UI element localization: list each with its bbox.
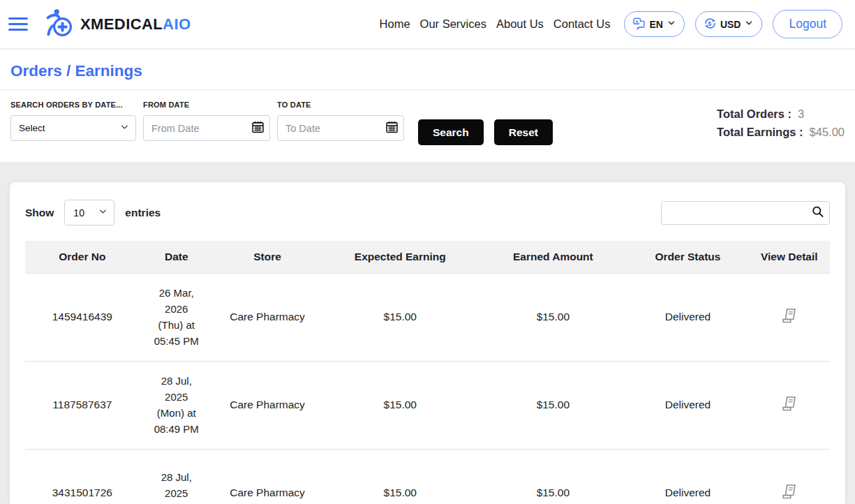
cell-date: 26 Mar, 2026 (Thu) at 05:45 PM xyxy=(140,273,214,361)
cell-expected-earning: $15.00 xyxy=(321,273,479,361)
totals-summary: Total Orders : 3 Total Earnings : $45.00 xyxy=(717,101,845,139)
page-title: Orders / Earnings xyxy=(10,62,845,80)
filter-bar: SEARCH ORDERS BY DATE... Select FROM DAT… xyxy=(0,90,855,162)
cell-expected-earning: $15.00 xyxy=(321,449,479,504)
header-order-status: Order Status xyxy=(627,241,748,273)
cell-expected-earning: $15.00 xyxy=(321,361,479,449)
cell-view-detail xyxy=(749,361,831,449)
nav-link-home[interactable]: Home xyxy=(380,17,410,31)
calendar-icon[interactable] xyxy=(251,119,265,137)
chevron-down-icon xyxy=(667,18,676,30)
medical-logo-icon xyxy=(43,8,74,41)
search-by-date-select[interactable]: Select xyxy=(10,115,136,141)
cell-view-detail xyxy=(749,273,831,361)
cell-store: Care Pharmacy xyxy=(214,273,322,361)
page-background: Show 10 entries xyxy=(0,162,855,504)
orders-table-card: Show 10 entries xyxy=(10,182,845,504)
header-earned-amount: Earned Amount xyxy=(479,241,627,273)
table-search-input[interactable] xyxy=(661,201,830,225)
from-date-group: FROM DATE xyxy=(143,101,270,141)
cell-order-status: Delivered xyxy=(627,273,748,361)
to-date-label: TO DATE xyxy=(277,101,404,109)
nav-links: Home Our Services About Us Contact Us xyxy=(380,17,611,31)
receipt-icon xyxy=(780,317,798,327)
translate-icon: A xyxy=(632,17,646,32)
page-size-select[interactable]: 10 xyxy=(64,200,114,225)
currency-exchange-icon: $ xyxy=(704,17,717,32)
total-orders-row: Total Orders : 3 xyxy=(717,108,845,121)
search-button[interactable]: Search xyxy=(418,119,484,145)
brand-logo[interactable]: XMEDICALAIO xyxy=(43,8,191,41)
search-by-date-group: SEARCH ORDERS BY DATE... Select xyxy=(10,101,136,141)
cell-order-no: 1187587637 xyxy=(25,361,140,449)
cell-order-status: Delivered xyxy=(627,361,748,449)
total-orders-value: 3 xyxy=(798,108,804,121)
chevron-down-icon xyxy=(744,18,754,30)
cell-order-no: 3431501726 xyxy=(25,449,140,504)
cell-earned-amount: $15.00 xyxy=(479,361,627,449)
view-detail-button[interactable] xyxy=(777,304,801,330)
cell-view-detail xyxy=(749,449,831,504)
cell-earned-amount: $15.00 xyxy=(479,449,627,504)
table-header-row: Order No Date Store Expected Earning Ear… xyxy=(25,241,830,273)
navbar: XMEDICALAIO Home Our Services About Us C… xyxy=(0,0,855,49)
cell-store: Care Pharmacy xyxy=(214,449,322,504)
table-row: 1187587637 28 Jul, 2025 (Mon) at 08:49 P… xyxy=(25,361,830,449)
cell-earned-amount: $15.00 xyxy=(479,273,627,361)
to-date-input-wrap xyxy=(277,115,404,141)
total-earnings-row: Total Earnings : $45.00 xyxy=(717,126,845,139)
from-date-label: FROM DATE xyxy=(143,101,270,109)
view-detail-button[interactable] xyxy=(777,392,801,418)
table-row: 1459416439 26 Mar, 2026 (Thu) at 05:45 P… xyxy=(25,273,830,361)
logout-button[interactable]: Logout xyxy=(773,10,842,38)
brand-name: XMEDICALAIO xyxy=(80,15,191,34)
cell-order-status: Delivered xyxy=(627,449,748,504)
show-label: Show xyxy=(25,207,54,219)
magnifier-icon xyxy=(811,205,824,221)
from-date-input-wrap xyxy=(143,115,270,141)
nav-actions: A EN $ USD Logout xyxy=(624,10,842,38)
header-date: Date xyxy=(140,241,214,273)
view-detail-button[interactable] xyxy=(777,480,801,504)
language-dropdown[interactable]: A EN xyxy=(624,11,684,37)
entries-label: entries xyxy=(125,207,161,219)
currency-dropdown[interactable]: $ USD xyxy=(695,11,763,37)
reset-button[interactable]: Reset xyxy=(494,119,553,145)
language-value: EN xyxy=(649,19,662,30)
header-expected-earning: Expected Earning xyxy=(321,241,479,273)
calendar-icon[interactable] xyxy=(385,119,399,137)
receipt-icon xyxy=(780,493,798,503)
to-date-group: TO DATE xyxy=(277,101,404,141)
cell-date: 28 Jul, 2025 (Mon) at 08:49 PM xyxy=(140,361,214,449)
receipt-icon xyxy=(780,405,798,415)
header-store: Store xyxy=(214,241,322,273)
title-section: Orders / Earnings xyxy=(0,49,855,90)
search-by-date-label: SEARCH ORDERS BY DATE... xyxy=(10,101,136,109)
page-size-select-wrap: 10 xyxy=(64,200,114,225)
header-order-no: Order No xyxy=(25,241,140,273)
nav-link-our-services[interactable]: Our Services xyxy=(420,17,486,31)
total-earnings-label: Total Earnings : xyxy=(717,126,803,139)
hamburger-icon[interactable] xyxy=(8,17,28,31)
table-row: 3431501726 28 Jul, 2025 (Mon) at Care Ph… xyxy=(25,449,830,504)
svg-text:$: $ xyxy=(708,20,711,27)
nav-link-about-us[interactable]: About Us xyxy=(496,17,544,31)
search-by-date-select-wrap: Select xyxy=(10,115,136,141)
cell-date: 28 Jul, 2025 (Mon) at xyxy=(140,449,214,504)
cell-order-no: 1459416439 xyxy=(25,273,140,361)
table-search-wrap xyxy=(661,201,830,225)
nav-link-contact-us[interactable]: Contact Us xyxy=(553,17,611,31)
currency-value: USD xyxy=(720,19,741,30)
cell-store: Care Pharmacy xyxy=(214,361,322,449)
header-view-detail: View Detail xyxy=(749,241,831,273)
total-earnings-value: $45.00 xyxy=(810,126,845,139)
orders-table: Order No Date Store Expected Earning Ear… xyxy=(25,241,830,504)
table-controls: Show 10 entries xyxy=(25,200,830,225)
svg-text:A: A xyxy=(636,19,639,23)
total-orders-label: Total Orders : xyxy=(717,108,791,121)
